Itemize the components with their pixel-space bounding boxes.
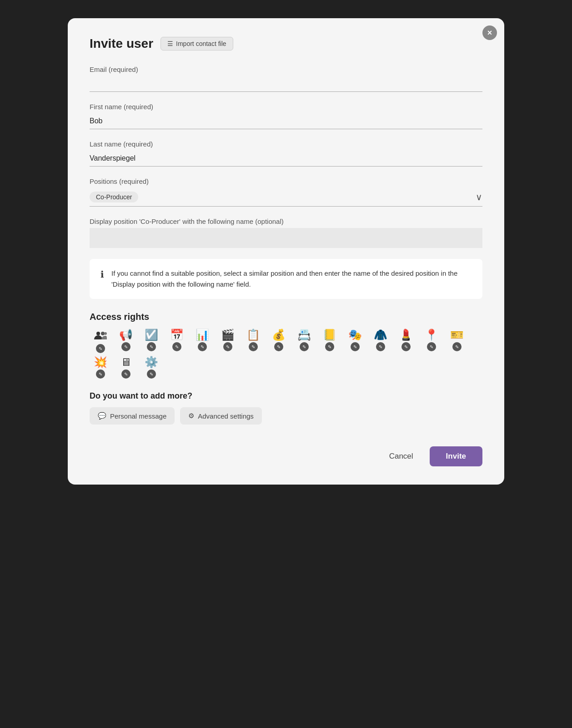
edit-badge-finance: ✎ [274,342,283,351]
access-item-wardrobe[interactable]: 🧥 ✎ [370,329,391,353]
documents-icon: 📋 [246,329,260,340]
edit-badge-makeup: ✎ [401,342,411,351]
locations-icon: 📍 [425,329,438,340]
access-item-cast[interactable]: 🎭 ✎ [344,329,366,353]
advanced-settings-icon: ⚙ [188,412,194,420]
screening-icon: 🖥 [120,357,131,368]
chevron-down-icon: ∨ [476,192,482,202]
edit-badge-calendar: ✎ [172,342,181,351]
cancel-button[interactable]: Cancel [380,447,422,465]
positions-label: Positions (required) [90,177,482,185]
finance-icon: 💰 [272,329,286,340]
access-item-schedule[interactable]: 📊 ✎ [191,329,213,353]
invite-button[interactable]: Invite [430,446,482,466]
edit-badge-contacts: ✎ [300,342,309,351]
props-icon: 🎫 [450,329,464,340]
access-item-calendar[interactable]: 📅 ✎ [166,329,188,353]
add-more-buttons: 💬 Personal message ⚙ Advanced settings [90,407,482,425]
access-item-team[interactable]: ✎ [90,329,111,353]
close-button[interactable]: × [482,25,497,40]
edit-badge-documents: ✎ [249,342,258,351]
email-field[interactable] [90,76,482,92]
access-rights-grid: ✎ 📢 ✎ ☑️ ✎ 📅 ✎ 📊 ✎ [90,329,482,379]
info-text: If you cannot find a suitable position, … [111,268,472,290]
import-contact-file-button[interactable]: ☰ Import contact file [161,37,233,51]
access-rights-title: Access rights [90,312,482,322]
display-position-label: Display position 'Co-Producer' with the … [90,217,482,225]
access-item-clapperboard[interactable]: 🎬 ✎ [217,329,239,353]
edit-badge-tasks: ✎ [147,342,156,351]
access-item-megaphone[interactable]: 📢 ✎ [115,329,137,353]
message-icon: 💬 [98,412,106,420]
settings-access-icon: ⚙️ [145,357,158,368]
edit-badge-screening: ✎ [121,369,130,379]
access-item-effects[interactable]: 💥 ✎ [90,357,111,379]
access-item-props[interactable]: 🎫 ✎ [446,329,468,353]
display-position-field[interactable] [90,228,482,248]
position-tag: Co-Producer [90,192,138,202]
access-item-locations[interactable]: 📍 ✎ [421,329,442,353]
last-name-group: Last name (required) [90,140,482,167]
schedule-icon: 📊 [196,329,209,340]
invite-user-modal: × Invite user ☰ Import contact file Emai… [68,18,504,485]
edit-badge-notebook: ✎ [325,342,334,351]
megaphone-icon: 📢 [119,329,133,340]
first-name-field[interactable] [90,113,482,129]
calendar-icon: 📅 [170,329,184,340]
makeup-icon: 💄 [399,329,413,340]
team-icon [94,329,107,342]
edit-badge-props: ✎ [452,342,462,351]
edit-badge-effects: ✎ [96,369,105,379]
modal-backdrop: × Invite user ☰ Import contact file Emai… [0,0,572,728]
access-item-contacts[interactable]: 📇 ✎ [293,329,315,353]
personal-message-button[interactable]: 💬 Personal message [90,407,175,425]
footer-buttons: Cancel Invite [90,439,482,466]
modal-title: Invite user [90,36,153,51]
advanced-settings-button[interactable]: ⚙ Advanced settings [180,407,262,425]
first-name-group: First name (required) [90,103,482,129]
edit-badge-locations: ✎ [427,342,436,351]
effects-icon: 💥 [94,357,107,368]
contacts-icon: 📇 [297,329,311,340]
edit-badge-clapperboard: ✎ [223,342,232,351]
access-item-tasks[interactable]: ☑️ ✎ [140,329,162,353]
edit-badge-team: ✎ [96,344,105,353]
access-item-settings[interactable]: ⚙️ ✎ [140,357,162,379]
access-item-notebook[interactable]: 📒 ✎ [319,329,341,353]
svg-point-2 [104,332,107,335]
access-item-documents[interactable]: 📋 ✎ [242,329,264,353]
last-name-label: Last name (required) [90,140,482,148]
notebook-icon: 📒 [323,329,336,340]
access-item-screening[interactable]: 🖥 ✎ [115,357,137,379]
positions-dropdown[interactable]: Co-Producer ∨ [90,188,482,207]
email-group: Email (required) [90,66,482,92]
svg-point-1 [101,332,105,335]
svg-point-0 [96,332,100,335]
access-item-makeup[interactable]: 💄 ✎ [395,329,417,353]
edit-badge-settings: ✎ [147,369,156,379]
edit-badge-schedule: ✎ [198,342,207,351]
tasks-icon: ☑️ [145,329,158,340]
edit-badge-megaphone: ✎ [121,342,130,351]
positions-group: Positions (required) Co-Producer ∨ [90,177,482,207]
add-more-section: Do you want to add more? 💬 Personal mess… [90,391,482,425]
wardrobe-icon: 🧥 [374,329,387,340]
access-item-finance[interactable]: 💰 ✎ [268,329,290,353]
import-icon: ☰ [167,40,173,47]
info-icon: ℹ [100,269,104,280]
edit-badge-wardrobe: ✎ [376,342,385,351]
edit-badge-cast: ✎ [351,342,360,351]
clapperboard-icon: 🎬 [221,329,235,340]
last-name-field[interactable] [90,151,482,167]
add-more-title: Do you want to add more? [90,391,482,401]
email-label: Email (required) [90,66,482,73]
info-box: ℹ If you cannot find a suitable position… [90,259,482,299]
access-rights-section: Access rights ✎ [90,312,482,379]
display-position-group: Display position 'Co-Producer' with the … [90,217,482,248]
modal-header: Invite user ☰ Import contact file [90,36,482,51]
cast-icon: 🎭 [348,329,362,340]
first-name-label: First name (required) [90,103,482,111]
